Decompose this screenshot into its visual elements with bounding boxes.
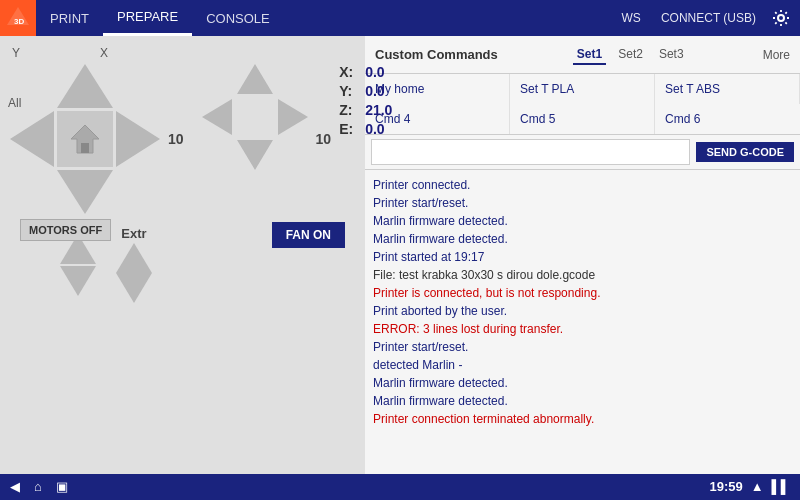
arrow-up-med[interactable] <box>237 64 273 94</box>
console-line: Print aborted by the user. <box>373 302 792 320</box>
nav-prepare[interactable]: PREPARE <box>103 0 192 36</box>
z-joystick <box>60 234 96 296</box>
svg-rect-4 <box>81 143 89 153</box>
gcode-input[interactable] <box>371 139 690 165</box>
arrow-up-big[interactable] <box>57 64 113 108</box>
console-line: Marlin firmware detected. <box>373 230 792 248</box>
gcode-send-button[interactable]: SEND G-CODE <box>696 142 794 162</box>
cmd-btn-5[interactable]: Cmd 6 <box>655 104 800 134</box>
console-line: detected Marlin - <box>373 356 792 374</box>
z-coord-label: Z: <box>339 102 359 118</box>
cmd-set2[interactable]: Set2 <box>614 45 647 65</box>
e-coord-label: E: <box>339 121 359 137</box>
x-axis-label: X <box>100 46 108 60</box>
left-control-panel: Y X All <box>0 36 365 474</box>
console-output: Printer connected.Printer start/reset.Ma… <box>365 170 800 474</box>
z-arrow-down[interactable] <box>60 266 96 296</box>
gcode-input-row: SEND G-CODE <box>365 135 800 170</box>
signal-icon: ▌▌ <box>772 479 790 494</box>
cmd-btn-2[interactable]: Set T ABS <box>655 74 800 104</box>
svg-text:3D: 3D <box>14 17 24 26</box>
app-logo: 3D <box>0 0 36 36</box>
cmd-set3[interactable]: Set3 <box>655 45 688 65</box>
back-nav-icon[interactable]: ◀ <box>10 479 20 494</box>
fan-on-button[interactable]: FAN ON <box>272 222 345 248</box>
console-line: Marlin firmware detected. <box>373 392 792 410</box>
extr-arrow-down[interactable] <box>116 273 152 303</box>
command-buttons-grid: My home Set T PLA Set T ABS Cmd 4 Cmd 5 … <box>365 74 800 135</box>
window-nav-icon[interactable]: ▣ <box>56 479 68 494</box>
arrow-left-big[interactable] <box>10 111 54 167</box>
home-nav-icon[interactable]: ⌂ <box>34 479 42 494</box>
console-line: Marlin firmware detected. <box>373 374 792 392</box>
all-label: All <box>8 96 21 110</box>
z-coord-value: 21.0 <box>365 102 392 118</box>
motors-off-button[interactable]: MOTORS OFF <box>20 219 111 241</box>
more-button[interactable]: More <box>763 48 790 62</box>
nav-console[interactable]: CONSOLE <box>192 0 284 36</box>
y-coord-value: 0.0 <box>365 83 384 99</box>
console-line: Printer connected. <box>373 176 792 194</box>
cmd-set1[interactable]: Set1 <box>573 45 606 65</box>
top-nav-bar: 3D PRINT PREPARE CONSOLE WS CONNECT (USB… <box>0 0 800 36</box>
nav-print[interactable]: PRINT <box>36 0 103 36</box>
x-coord-label: X: <box>339 64 359 80</box>
coordinates-panel: X: 0.0 Y: 0.0 Z: 21.0 E: 0.0 <box>339 64 397 214</box>
status-time: 19:59 <box>709 479 742 494</box>
arrow-down-med[interactable] <box>237 140 273 170</box>
joystick-center <box>57 111 113 167</box>
console-line: File: test krabka 30x30 s dirou dole.gco… <box>373 266 792 284</box>
console-line: Printer connection terminated abnormally… <box>373 410 792 428</box>
main-joystick <box>10 64 160 214</box>
extr-arrow-up[interactable] <box>116 243 152 273</box>
svg-point-2 <box>778 15 784 21</box>
arrow-down-big[interactable] <box>57 170 113 214</box>
joystick-center-2 <box>235 97 275 137</box>
cmd-btn-1[interactable]: Set T PLA <box>510 74 655 104</box>
console-line: Print started at 19:17 <box>373 248 792 266</box>
console-line: Marlin firmware detected. <box>373 212 792 230</box>
wifi-icon: ▲ <box>751 479 764 494</box>
extr-section: Extr <box>116 226 152 303</box>
custom-commands-header: Custom Commands Set1 Set2 Set3 More <box>365 36 800 74</box>
right-panel: Custom Commands Set1 Set2 Set3 More My h… <box>365 36 800 474</box>
custom-commands-title: Custom Commands <box>375 47 498 62</box>
x-coord-value: 0.0 <box>365 64 384 80</box>
console-line: Printer start/reset. <box>373 338 792 356</box>
status-bar: ◀ ⌂ ▣ 19:59 ▲ ▌▌ <box>0 474 800 500</box>
arrow-right-big[interactable] <box>116 111 160 167</box>
secondary-joystick <box>202 64 308 214</box>
console-line: ERROR: 3 lines lost during transfer. <box>373 320 792 338</box>
e-coord-value: 0.0 <box>365 121 384 137</box>
console-line: Printer is connected, but is not respond… <box>373 284 792 302</box>
move-label-right: 10 <box>316 131 332 147</box>
cmd-btn-4[interactable]: Cmd 5 <box>510 104 655 134</box>
move-label-left: 10 <box>168 131 184 147</box>
arrow-right-med[interactable] <box>278 99 308 135</box>
nav-connect[interactable]: CONNECT (USB) <box>655 11 762 25</box>
nav-ws[interactable]: WS <box>616 11 647 25</box>
settings-icon[interactable] <box>770 7 792 29</box>
cmd-set-tabs: Set1 Set2 Set3 <box>573 45 688 65</box>
console-line: Printer start/reset. <box>373 194 792 212</box>
y-coord-label: Y: <box>339 83 359 99</box>
arrow-left-med[interactable] <box>202 99 232 135</box>
y-axis-label: Y <box>12 46 20 60</box>
extr-label: Extr <box>121 226 146 241</box>
